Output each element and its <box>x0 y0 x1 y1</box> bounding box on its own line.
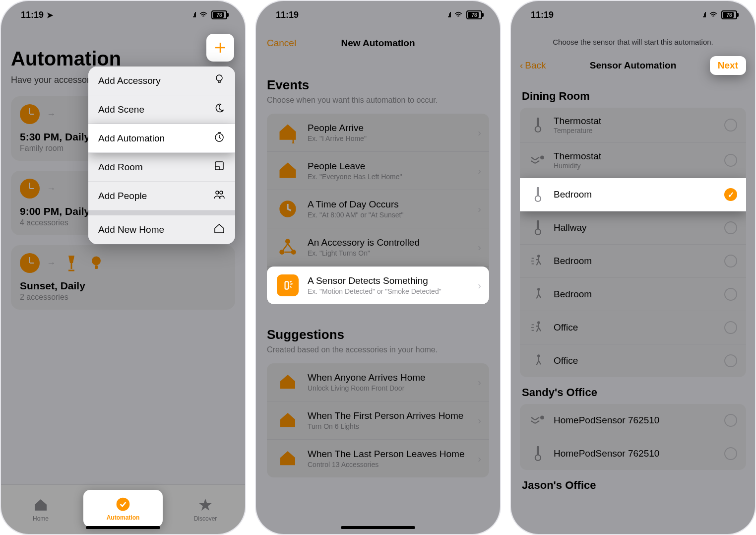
event-title: People Arrive <box>308 123 367 134</box>
menu-add-home[interactable]: Add New Home <box>88 215 235 244</box>
chevron-right-icon: › <box>478 242 481 253</box>
screen-1-automation-menu: 11:19 ➤ .ıl 78 Automation Have your acce… <box>0 0 246 535</box>
event-sensor-detects[interactable]: A Sensor Detects SomethingEx. "Motion De… <box>267 267 489 304</box>
sensor-row-bedroom-motion-2[interactable]: Bedroom <box>520 278 746 311</box>
tab-discover[interactable]: Discover <box>166 485 245 534</box>
automation-sub: 2 accessories <box>20 293 226 302</box>
sensor-title: Office <box>554 322 578 333</box>
radio-unselected[interactable] <box>724 221 737 234</box>
chevron-right-icon: › <box>478 127 481 138</box>
clock-icon <box>20 104 40 124</box>
sensor-title: Office <box>554 355 578 366</box>
sensor-row-bedroom[interactable]: Bedroom <box>520 178 746 211</box>
sensor-sub: Humidity <box>554 162 601 170</box>
event-accessory-controlled[interactable]: An Accessory is ControlledEx. "Light Tur… <box>267 228 489 267</box>
room-icon <box>213 160 225 174</box>
menu-add-scene[interactable]: Add Scene <box>88 95 235 124</box>
status-time: 11:19 <box>531 10 554 20</box>
svg-point-12 <box>285 239 290 244</box>
add-menu: Add Accessory Add Scene Add Automation A… <box>88 67 235 244</box>
section-header: Sandy's Office <box>511 377 755 404</box>
menu-add-automation[interactable]: Add Automation <box>88 124 235 153</box>
svg-point-18 <box>537 288 540 291</box>
humidity-icon <box>529 152 546 169</box>
menu-add-room[interactable]: Add Room <box>88 153 235 182</box>
sensor-row-bedroom-motion[interactable]: Bedroom <box>520 245 746 278</box>
thermometer-icon <box>529 445 546 462</box>
add-button[interactable] <box>206 34 234 62</box>
suggestion-sub: Control 13 Accessories <box>308 461 465 468</box>
chevron-right-icon: › <box>478 453 481 465</box>
event-people-arrive[interactable]: People ArriveEx. "I Arrive Home" › <box>267 114 489 152</box>
radio-unselected[interactable] <box>724 154 737 167</box>
back-button[interactable]: ‹Back <box>520 60 546 71</box>
svg-point-9 <box>117 497 130 511</box>
home-icon <box>213 223 225 237</box>
home-indicator[interactable] <box>86 526 160 529</box>
svg-point-19 <box>537 321 540 324</box>
sensor-row-hallway[interactable]: Hallway <box>520 211 746 245</box>
tab-automation[interactable]: Automation <box>83 490 163 527</box>
svg-point-20 <box>537 354 540 357</box>
automation-card[interactable]: → Sunset, Daily 2 accessories <box>11 245 235 310</box>
sensor-row-thermostat-humid[interactable]: ThermostatHumidity <box>520 143 746 178</box>
svg-rect-15 <box>285 281 289 289</box>
svg-point-16 <box>541 156 544 159</box>
status-bar: 11:19 .ıl 78 <box>511 1 755 29</box>
cellular-icon: .ıl <box>192 11 195 19</box>
radio-unselected[interactable] <box>724 321 737 334</box>
radio-unselected[interactable] <box>724 354 737 367</box>
event-title: A Sensor Detects Something <box>308 275 441 286</box>
radio-unselected[interactable] <box>724 119 737 132</box>
radio-unselected[interactable] <box>724 255 737 268</box>
chevron-right-icon: › <box>478 377 481 388</box>
svg-point-17 <box>537 255 540 258</box>
tab-label: Automation <box>107 514 140 521</box>
nav-bar: ‹Back Sensor Automation Next <box>511 50 755 81</box>
sensor-row-thermostat-temp[interactable]: ThermostatTemperature <box>520 108 746 143</box>
motion-off-icon <box>529 352 546 369</box>
suggestion-item[interactable]: When Anyone Arrives HomeUnlock Living Ro… <box>267 363 489 401</box>
event-title: A Time of Day Occurs <box>308 199 403 210</box>
next-button[interactable]: Next <box>710 56 746 75</box>
sensor-icon <box>276 273 300 297</box>
radio-selected[interactable] <box>724 188 737 201</box>
event-sub: Ex. "At 8:00 AM" or "At Sunset" <box>308 211 403 219</box>
cancel-button[interactable]: Cancel <box>267 38 296 49</box>
tab-home[interactable]: Home <box>1 485 80 534</box>
motion-icon <box>529 319 546 336</box>
wifi-icon <box>198 9 208 21</box>
event-people-leave[interactable]: People LeaveEx. "Everyone Has Left Home"… <box>267 152 489 190</box>
sensor-title: HomePodSensor 762510 <box>554 415 659 426</box>
menu-add-accessory[interactable]: Add Accessory <box>88 67 235 95</box>
chevron-right-icon: › <box>478 415 481 426</box>
timer-icon <box>213 131 225 145</box>
sensor-row-office-motion[interactable]: Office <box>520 311 746 344</box>
suggestion-title: When Anyone Arrives Home <box>308 372 426 383</box>
menu-add-people[interactable]: Add People <box>88 182 235 210</box>
event-sub: Ex. "I Arrive Home" <box>308 134 367 142</box>
section-header: Dining Room <box>511 81 755 108</box>
location-icon: ➤ <box>47 10 53 20</box>
chevron-right-icon: › <box>478 165 481 177</box>
suggestions-list: When Anyone Arrives HomeUnlock Living Ro… <box>267 363 489 477</box>
sensor-row-office-motion-2[interactable]: Office <box>520 344 746 377</box>
event-time-of-day[interactable]: A Time of Day OccursEx. "At 8:00 AM" or … <box>267 190 489 228</box>
menu-label: Add People <box>98 191 147 201</box>
menu-label: Add Accessory <box>98 75 161 86</box>
screen-3-sensor-automation: 11:19 .ıl 78 Choose the sensor that will… <box>510 0 756 535</box>
suggestion-item[interactable]: When The Last Person Leaves HomeControl … <box>267 440 489 477</box>
sensor-row-homepod-2[interactable]: HomePodSensor 762510 <box>520 437 746 470</box>
motion-off-icon <box>529 286 546 303</box>
sensor-row-homepod-1[interactable]: HomePodSensor 762510 <box>520 404 746 437</box>
radio-unselected[interactable] <box>724 414 737 427</box>
house-leave-icon <box>276 159 300 183</box>
cellular-icon: .ıl <box>447 11 450 19</box>
suggestion-title: When The Last Person Leaves Home <box>308 449 465 460</box>
suggestion-item[interactable]: When The First Person Arrives HomeTurn O… <box>267 401 489 440</box>
nav-bar: Cancel New Automation <box>256 29 500 55</box>
radio-unselected[interactable] <box>724 288 737 301</box>
home-indicator[interactable] <box>341 526 415 529</box>
moon-icon <box>213 102 225 117</box>
radio-unselected[interactable] <box>724 447 737 460</box>
